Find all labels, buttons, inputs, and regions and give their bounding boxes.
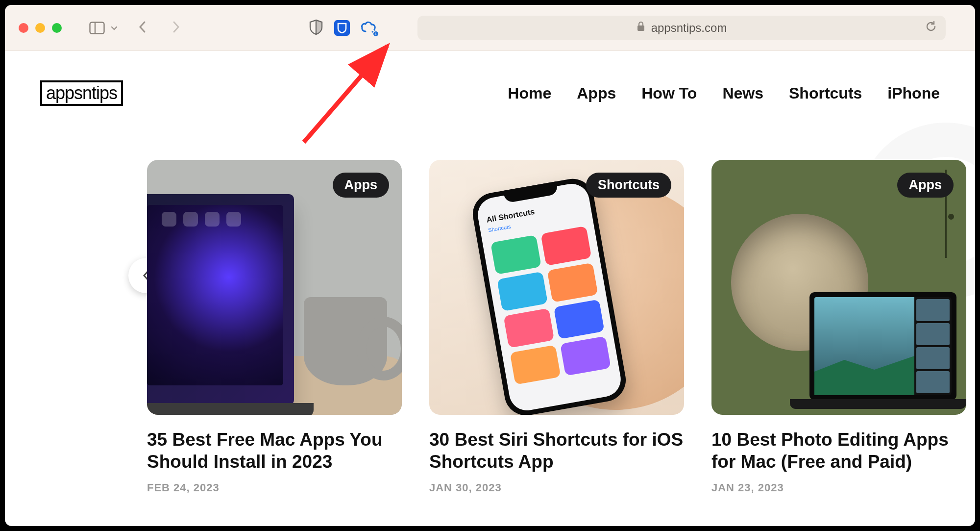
chevron-down-icon[interactable] [110,24,119,32]
nav-iphone[interactable]: iPhone [887,84,940,102]
article-date: JAN 30, 2023 [429,481,684,494]
svg-rect-0 [90,22,104,33]
article-date: FEB 24, 2023 [147,481,402,494]
site-header: appsntips Home Apps How To News Shortcut… [5,51,975,106]
category-badge[interactable]: Apps [333,173,390,198]
article-card[interactable]: Apps 35 Best Free Mac Apps You Should In… [147,160,402,494]
minimize-icon[interactable] [35,23,45,33]
sidebar-toggle-button[interactable] [89,22,119,34]
article-card[interactable]: Shortcuts All Shortcuts Shortcuts 30 [429,160,684,494]
back-button[interactable] [137,20,148,36]
article-title: 10 Best Photo Editing Apps for Mac (Free… [711,429,966,473]
svg-rect-2 [637,25,644,31]
maximize-icon[interactable] [52,23,62,33]
nav-news[interactable]: News [722,84,763,102]
privacy-shield-icon[interactable] [309,19,323,37]
cloud-extension-icon[interactable]: + [361,21,377,35]
window-controls [19,23,62,33]
nav-apps[interactable]: Apps [577,84,616,102]
nav-home[interactable]: Home [508,84,551,102]
phone-screen-title: All Shortcuts [486,199,583,225]
bitwarden-extension-icon[interactable] [334,20,350,36]
lock-icon [637,22,645,34]
article-thumbnail: Apps [147,160,402,415]
phone-back-label: Shortcuts [488,224,511,233]
article-title: 30 Best Siri Shortcuts for iOS Shortcuts… [429,429,684,473]
nav-shortcuts[interactable]: Shortcuts [789,84,862,102]
browser-window: + appsntips.com appsntips Home Apps How … [5,5,975,526]
article-thumbnail: Apps [711,160,966,415]
article-date: JAN 23, 2023 [711,481,966,494]
category-badge[interactable]: Apps [897,173,954,198]
nav-how-to[interactable]: How To [641,84,697,102]
article-card[interactable]: Apps 10 Best Photo Editing Apps for Mac … [711,160,966,494]
reload-button[interactable] [925,21,937,35]
url-text: appsntips.com [651,21,727,35]
forward-button[interactable] [171,20,181,36]
browser-toolbar: + appsntips.com [5,5,975,51]
category-badge[interactable]: Shortcuts [586,173,671,198]
site-nav: Home Apps How To News Shortcuts iPhone [508,84,940,102]
address-bar[interactable]: appsntips.com [417,16,946,40]
close-icon[interactable] [19,23,28,33]
featured-carousel: Apps 35 Best Free Mac Apps You Should In… [5,160,975,494]
site-logo[interactable]: appsntips [40,80,123,106]
article-title: 35 Best Free Mac Apps You Should Install… [147,429,402,473]
article-thumbnail: Shortcuts All Shortcuts Shortcuts [429,160,684,415]
